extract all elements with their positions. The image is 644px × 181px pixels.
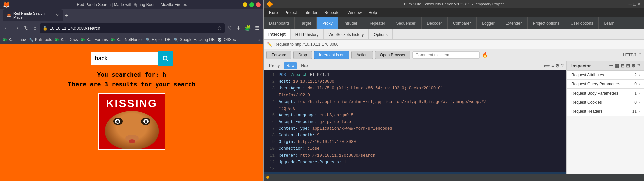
menu-burp[interactable]: Burp <box>266 9 280 16</box>
tab-learn[interactable]: Learn <box>599 17 620 29</box>
inspector-align-icon[interactable]: ⊟ <box>621 63 625 68</box>
panda-image: KISSING <box>98 93 165 150</box>
ff-tab-active[interactable]: 🦊 Red Panda Search | Made ✕ <box>3 9 63 21</box>
ff-menu-icon[interactable]: ☰ <box>254 24 261 32</box>
tab-target[interactable]: Target <box>295 17 317 29</box>
forward-button[interactable]: Forward <box>266 51 291 59</box>
inspector-cookies-right: 0 › <box>634 100 640 105</box>
burp-menubar: Burp Project Intruder Repeater Window He… <box>264 8 644 17</box>
inspector-body-params-count: 1 <box>634 91 637 96</box>
tab-logger[interactable]: Logger <box>477 17 500 29</box>
ff-bookmarks-bar: 🐲 Kali Linux 🔧 Kali Tools 🐲 Kali Docs 🐲 … <box>0 35 263 44</box>
menu-project[interactable]: Project <box>282 9 299 16</box>
inspector-body-params[interactable]: Request Body Parameters 1 › <box>567 89 644 98</box>
inspector-request-headers-chevron-icon: › <box>639 109 640 114</box>
inspector-collapse-icon[interactable]: ⊞ <box>626 63 630 68</box>
tab-repeater[interactable]: Repeater <box>363 17 391 29</box>
ff-back-button[interactable]: ← <box>3 24 11 33</box>
subtab-options[interactable]: Options <box>369 29 392 39</box>
bookmark-kali-forums[interactable]: 🐲 Kali Forums <box>81 37 108 42</box>
request-line-3b: Firefox/102.0 <box>264 92 566 99</box>
request-line-4b: *;q=0.8 <box>264 105 566 112</box>
inspector-query-params[interactable]: Request Query Parameters 0 › <box>567 80 644 89</box>
wrap-icon[interactable]: ⟺ <box>543 63 550 68</box>
bookmark-kali-tools[interactable]: 🔧 Kali Tools <box>29 37 52 42</box>
ff-urlbar[interactable]: 🔒 10.10.11.170:8080/search ☆ <box>40 23 225 33</box>
tab-intruder[interactable]: Intruder <box>338 17 363 29</box>
ff-download-icon[interactable]: ⬇ <box>235 24 242 32</box>
ff-extension-icon[interactable]: 🧩 <box>243 24 252 32</box>
ff-bookmark-star-icon[interactable]: ☆ <box>217 25 222 31</box>
menu-repeater[interactable]: Repeater <box>321 9 343 16</box>
search-button[interactable] <box>158 51 173 66</box>
burp-window-controls[interactable]: ─ □ ✕ <box>629 1 641 7</box>
ff-home-button[interactable]: ⌂ <box>32 24 38 33</box>
tab-sequencer[interactable]: Sequencer <box>391 17 422 29</box>
bookmark-kali-docs[interactable]: 🐲 Kali Docs <box>55 37 78 42</box>
view-tab-pretty[interactable]: Pretty <box>266 62 282 69</box>
burp-minimize-button[interactable]: ─ <box>629 1 632 7</box>
inspector-cookies[interactable]: Request Cookies 0 › <box>567 98 644 107</box>
ff-minimize-button[interactable] <box>243 2 247 7</box>
tab-decoder[interactable]: Decoder <box>422 17 448 29</box>
subtab-intercept[interactable]: Intercept <box>264 29 291 39</box>
inspector-header: Inspector ☰ ▦ ⊟ ⊞ ⚙ ? <box>567 61 644 71</box>
ff-maximize-button[interactable] <box>249 2 254 7</box>
tab-comparer[interactable]: Comparer <box>448 17 477 29</box>
help-icon[interactable]: ? <box>639 52 641 58</box>
view-tab-hex[interactable]: Hex <box>298 62 311 69</box>
bookmark-kali-nethunter-icon: 🐲 <box>111 38 115 42</box>
inspector-request-headers[interactable]: Request Headers 11 › <box>567 107 644 116</box>
inspector-help-icon[interactable]: ? <box>637 63 640 68</box>
bookmark-offsec[interactable]: 💀 OffSec <box>217 37 236 42</box>
intercept-on-button[interactable]: Intercept is on <box>314 51 349 59</box>
bookmark-kali-docs-label: Kali Docs <box>61 37 78 42</box>
view-tab-raw[interactable]: Raw <box>284 62 297 69</box>
tab-proxy[interactable]: Proxy <box>317 17 338 29</box>
inspector-list-icon[interactable]: ☰ <box>609 63 613 68</box>
inspector-request-attributes[interactable]: Request Attributes 2 › <box>567 71 644 80</box>
request-content[interactable]: 1 POST /search HTTP/1.1 2 Host: 10.10.11… <box>264 70 566 174</box>
menu-intruder[interactable]: Intruder <box>301 9 320 16</box>
bookmark-google-hacking[interactable]: 🔍 Google Hacking DB <box>174 37 215 42</box>
ff-window-controls[interactable] <box>243 2 261 7</box>
bookmark-kali-nethunter[interactable]: 🐲 Kali NetHunter <box>111 37 143 42</box>
ff-forward-button[interactable]: → <box>13 24 21 33</box>
bookmarks-more-button[interactable]: » <box>258 37 261 42</box>
action-button[interactable]: Action <box>351 51 373 59</box>
inspector-settings2-icon[interactable]: ⚙ <box>631 63 636 68</box>
drop-button[interactable]: Drop <box>293 51 312 59</box>
bookmark-exploit-db-label: Exploit-DB <box>152 37 171 42</box>
menu-window[interactable]: Window <box>345 9 364 16</box>
open-browser-button[interactable]: Open Browser <box>375 51 411 59</box>
comment-input[interactable] <box>412 51 480 59</box>
settings-icon[interactable]: ⚙ <box>555 63 560 68</box>
ff-collection-icon[interactable]: ♡ <box>227 24 234 32</box>
inspector-query-params-label: Request Query Parameters <box>571 82 620 86</box>
bookmark-offsec-label: OffSec <box>224 37 236 42</box>
inspector-request-attributes-count: 2 <box>634 73 637 77</box>
tab-user-options[interactable]: User options <box>565 17 599 29</box>
menu-help[interactable]: Help <box>366 9 380 16</box>
bookmark-kali-forums-label: Kali Forums <box>87 37 108 42</box>
ff-close-button[interactable] <box>256 2 261 7</box>
indent-icon[interactable]: ≡ <box>551 63 554 68</box>
ff-new-tab-button[interactable]: + <box>65 12 69 21</box>
tab-extender[interactable]: Extender <box>500 17 528 29</box>
inspector-columns-icon[interactable]: ▦ <box>615 63 619 68</box>
ff-refresh-button[interactable]: ↻ <box>23 24 30 33</box>
bookmark-exploit-db[interactable]: 🔍 Exploit-DB <box>146 37 171 42</box>
burp-close-button[interactable]: ✕ <box>637 1 641 7</box>
subtab-websockets-history[interactable]: WebSockets history <box>324 29 369 39</box>
subtab-http-history[interactable]: HTTP history <box>291 29 324 39</box>
request-line-8: 8 Content-Length: 9 <box>264 132 566 139</box>
burp-maximize-button[interactable]: □ <box>633 1 636 7</box>
tab-project-options[interactable]: Project options <box>528 17 565 29</box>
tab-dashboard[interactable]: Dashboard <box>264 17 295 29</box>
ff-tab-close-button[interactable]: ✕ <box>56 13 59 18</box>
help-req-icon[interactable]: ? <box>561 63 564 68</box>
firefox-window: 🦊 Red Panda Search | Made with Spring Bo… <box>0 0 263 181</box>
inspector-request-headers-right: 11 › <box>632 109 640 114</box>
search-input[interactable] <box>91 52 158 65</box>
bookmark-kali-linux[interactable]: 🐲 Kali Linux <box>3 37 26 42</box>
